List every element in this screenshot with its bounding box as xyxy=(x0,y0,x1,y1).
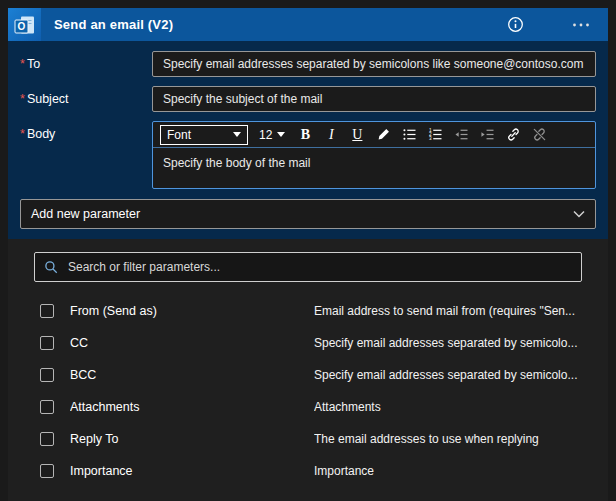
parameter-row-from[interactable]: From (Send as) Email address to send mai… xyxy=(8,295,608,327)
unlink-button[interactable] xyxy=(530,126,548,144)
parameter-row-attachments[interactable]: Attachments Attachments xyxy=(8,391,608,423)
bullet-list-icon xyxy=(402,127,417,142)
numbered-list-icon: 1 2 3 xyxy=(428,127,443,142)
parameter-name: Attachments xyxy=(70,400,314,414)
action-parameters-form: *To *Subject *Body Font xyxy=(8,41,608,239)
body-editor[interactable]: Specify the body of the mail xyxy=(153,148,595,188)
outdent-button[interactable] xyxy=(452,126,470,144)
parameter-row-cc[interactable]: CC Specify email addresses separated by … xyxy=(8,327,608,359)
pen-icon xyxy=(376,127,391,142)
parameter-name: CC xyxy=(70,336,314,350)
text-color-pen-button[interactable] xyxy=(374,126,392,144)
parameter-description: Importance xyxy=(314,464,588,478)
rich-text-toolbar: Font 12 B I U xyxy=(153,122,595,148)
add-new-parameter-label: Add new parameter xyxy=(31,207,140,221)
body-label: *Body xyxy=(20,121,152,141)
subject-input[interactable] xyxy=(152,86,596,112)
body-field-row: *Body Font 12 B I U xyxy=(8,121,608,189)
parameter-dropdown-panel: From (Send as) Email address to send mai… xyxy=(8,239,608,501)
link-button[interactable] xyxy=(504,126,522,144)
outlook-logo-icon: O xyxy=(13,13,37,37)
send-email-action-card: O Send an email (V2) xyxy=(8,8,608,501)
parameter-search-box xyxy=(34,252,582,282)
parameter-search-input[interactable] xyxy=(68,260,572,274)
indent-button[interactable] xyxy=(478,126,496,144)
search-icon xyxy=(44,260,59,275)
required-marker: * xyxy=(20,92,25,106)
checkbox[interactable] xyxy=(40,400,54,414)
parameter-name: From (Send as) xyxy=(70,304,314,318)
parameter-name: Importance xyxy=(70,464,314,478)
to-field-row: *To xyxy=(8,51,608,77)
parameter-row-reply-to[interactable]: Reply To The email addresses to use when… xyxy=(8,423,608,455)
outdent-icon xyxy=(454,127,469,142)
indent-icon xyxy=(480,127,495,142)
action-header[interactable]: O Send an email (V2) xyxy=(8,8,608,41)
parameter-description: Attachments xyxy=(314,400,588,414)
svg-text:O: O xyxy=(17,21,25,32)
parameter-name: BCC xyxy=(70,368,314,382)
checkbox[interactable] xyxy=(40,432,54,446)
parameter-description: The email addresses to use when replying xyxy=(314,432,588,446)
bold-button[interactable]: B xyxy=(296,126,314,144)
to-label: *To xyxy=(20,51,152,71)
parameter-description: Specify email addresses separated by sem… xyxy=(314,336,588,350)
checkbox[interactable] xyxy=(40,464,54,478)
to-input[interactable] xyxy=(152,51,596,77)
italic-button[interactable]: I xyxy=(322,126,340,144)
parameter-row-bcc[interactable]: BCC Specify email addresses separated by… xyxy=(8,359,608,391)
required-marker: * xyxy=(20,57,25,71)
ellipsis-icon xyxy=(572,22,590,28)
ellipsis-menu-button[interactable] xyxy=(572,16,590,34)
header-actions xyxy=(506,16,608,34)
parameter-row-importance[interactable]: Importance Importance xyxy=(8,455,608,487)
underline-button[interactable]: U xyxy=(348,126,366,144)
numbered-list-button[interactable]: 1 2 3 xyxy=(426,126,444,144)
checkbox[interactable] xyxy=(40,368,54,382)
parameter-name: Reply To xyxy=(70,432,314,446)
checkbox[interactable] xyxy=(40,336,54,350)
font-family-select[interactable]: Font xyxy=(160,125,248,145)
checkbox[interactable] xyxy=(40,304,54,318)
outlook-icon: O xyxy=(8,8,41,41)
subject-field-row: *Subject xyxy=(8,86,608,112)
dropdown-arrow-icon xyxy=(277,132,285,137)
rich-text-editor: Font 12 B I U xyxy=(152,121,596,189)
info-button[interactable] xyxy=(506,16,524,34)
flow-designer-canvas: O Send an email (V2) xyxy=(0,0,616,501)
dropdown-arrow-icon xyxy=(233,132,241,137)
subject-label: *Subject xyxy=(20,86,152,106)
add-new-parameter-dropdown[interactable]: Add new parameter xyxy=(20,199,596,229)
parameter-description: Specify email addresses separated by sem… xyxy=(314,368,588,382)
parameter-description: Email address to send mail from (require… xyxy=(314,304,588,318)
info-icon xyxy=(507,16,524,33)
parameter-list: From (Send as) Email address to send mai… xyxy=(8,295,608,487)
svg-text:3: 3 xyxy=(429,136,432,141)
action-title: Send an email (V2) xyxy=(54,17,173,32)
link-icon xyxy=(506,127,521,142)
unlink-icon xyxy=(532,127,547,142)
bullet-list-button[interactable] xyxy=(400,126,418,144)
required-marker: * xyxy=(20,127,25,141)
chevron-down-icon xyxy=(573,210,585,218)
font-size-select[interactable]: 12 xyxy=(256,128,288,142)
